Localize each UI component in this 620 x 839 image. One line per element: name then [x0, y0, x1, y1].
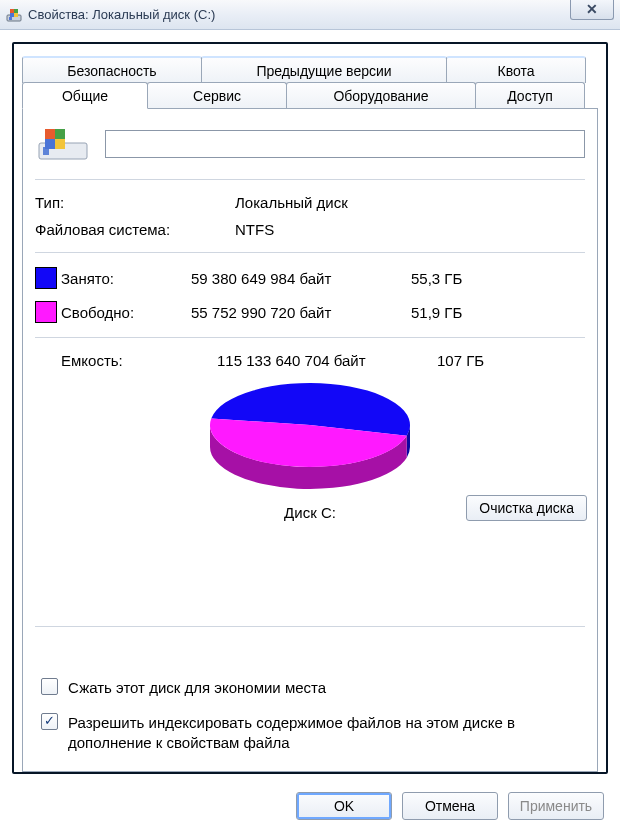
type-value: Локальный диск — [235, 194, 585, 211]
svg-rect-2 — [10, 9, 14, 13]
window-title: Свойства: Локальный диск (C:) — [28, 7, 564, 22]
index-label: Разрешить индексировать содержимое файло… — [68, 713, 579, 754]
used-label: Занято: — [61, 270, 191, 287]
used-bytes: 59 380 649 984 байт — [191, 270, 411, 287]
divider — [35, 337, 585, 338]
svg-rect-1 — [9, 17, 12, 20]
capacity-label: Емкость: — [61, 352, 217, 369]
svg-rect-3 — [14, 9, 18, 13]
tab-general[interactable]: Общие — [22, 82, 148, 109]
divider — [35, 252, 585, 253]
filesystem-label: Файловая система: — [35, 221, 235, 238]
free-gb: 51,9 ГБ — [411, 304, 491, 321]
tab-quota[interactable]: Квота — [446, 56, 586, 83]
capacity-gb: 107 ГБ — [437, 352, 517, 369]
svg-rect-4 — [10, 13, 14, 17]
dialog-button-row: OK Отмена Применить — [0, 782, 620, 832]
svg-rect-10 — [45, 139, 55, 149]
type-label: Тип: — [35, 194, 235, 211]
tab-tools[interactable]: Сервис — [147, 82, 287, 109]
svg-rect-8 — [45, 129, 55, 139]
tab-hardware[interactable]: Оборудование — [286, 82, 476, 109]
app-icon — [6, 7, 22, 23]
title-bar: Свойства: Локальный диск (C:) ✕ — [0, 0, 620, 30]
index-checkbox[interactable]: ✓ — [41, 713, 58, 730]
free-swatch — [35, 301, 57, 323]
used-swatch — [35, 267, 57, 289]
divider — [35, 626, 585, 627]
free-label: Свободно: — [61, 304, 191, 321]
disk-caption: Диск C: — [284, 504, 336, 521]
capacity-bytes: 115 133 640 704 байт — [217, 352, 437, 369]
drive-icon — [35, 123, 91, 165]
svg-rect-5 — [14, 13, 18, 17]
compress-checkbox[interactable] — [41, 678, 58, 695]
tab-security[interactable]: Безопасность — [22, 56, 202, 83]
tab-strip: Безопасность Предыдущие версии Квота Общ… — [22, 56, 598, 109]
options-group: Сжать этот диск для экономии места ✓ Раз… — [41, 664, 579, 753]
divider — [35, 179, 585, 180]
used-gb: 55,3 ГБ — [411, 270, 491, 287]
svg-rect-9 — [55, 129, 65, 139]
compress-label: Сжать этот диск для экономии места — [68, 678, 326, 698]
cancel-button[interactable]: Отмена — [402, 792, 498, 820]
ok-button[interactable]: OK — [296, 792, 392, 820]
disk-cleanup-button[interactable]: Очистка диска — [466, 495, 587, 521]
dialog-frame: Безопасность Предыдущие версии Квота Общ… — [12, 42, 608, 774]
tab-sharing[interactable]: Доступ — [475, 82, 585, 109]
volume-name-input[interactable] — [105, 130, 585, 158]
tab-panel-general: Тип: Локальный диск Файловая система: NT… — [22, 108, 598, 772]
svg-rect-11 — [55, 139, 65, 149]
apply-button[interactable]: Применить — [508, 792, 604, 820]
filesystem-value: NTFS — [235, 221, 585, 238]
free-bytes: 55 752 990 720 байт — [191, 304, 411, 321]
close-button[interactable]: ✕ — [570, 0, 614, 20]
tab-previous-versions[interactable]: Предыдущие версии — [201, 56, 447, 83]
